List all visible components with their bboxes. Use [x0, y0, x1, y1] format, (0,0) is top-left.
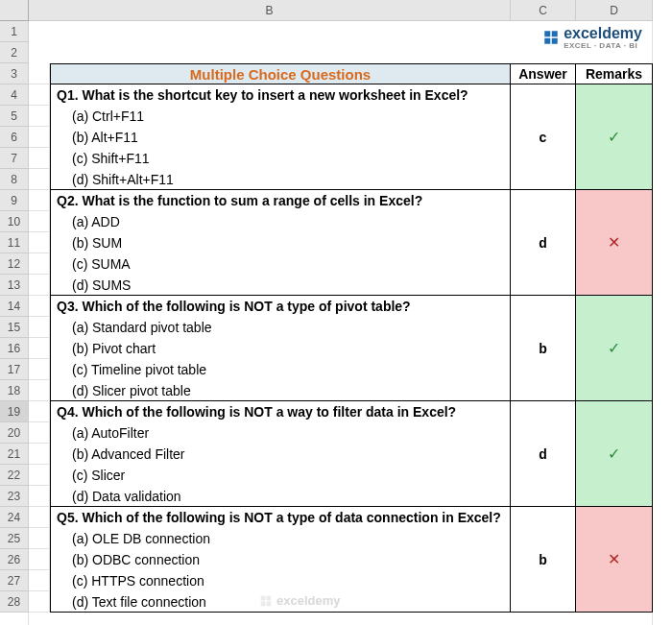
option-text[interactable]: (d) Shift+Alt+F11 [50, 169, 511, 190]
cell[interactable] [29, 106, 50, 127]
cell[interactable] [29, 549, 50, 570]
cell[interactable] [29, 127, 50, 148]
remarks-cell[interactable]: ✓ [576, 296, 653, 401]
row-header[interactable]: 17 [0, 359, 29, 380]
col-header-D[interactable]: D [576, 0, 653, 21]
row-header[interactable]: 27 [0, 570, 29, 591]
answer-cell[interactable]: d [511, 401, 576, 507]
answer-cell[interactable]: b [511, 296, 576, 401]
row-header[interactable]: 19 [0, 401, 29, 422]
cell[interactable] [29, 63, 50, 84]
cell[interactable] [29, 317, 50, 338]
option-text[interactable]: (a) Ctrl+F11 [50, 106, 511, 127]
row-header[interactable]: 12 [0, 253, 29, 275]
cell[interactable] [29, 528, 50, 549]
option-text[interactable]: (c) HTTPS connection [50, 570, 511, 591]
option-text[interactable]: (b) ODBC connection [50, 549, 511, 570]
cell[interactable] [29, 570, 50, 591]
cell[interactable] [50, 613, 653, 625]
cell[interactable] [29, 275, 50, 296]
row-header[interactable]: 20 [0, 422, 29, 444]
option-text[interactable]: (c) Timeline pivot table [50, 359, 511, 380]
option-text[interactable]: (a) OLE DB connection [50, 528, 511, 549]
row-header[interactable]: 24 [0, 507, 29, 528]
cell[interactable] [29, 507, 50, 528]
select-all-corner[interactable] [0, 0, 29, 21]
cell[interactable] [29, 422, 50, 444]
cell[interactable] [29, 401, 50, 422]
cell[interactable] [29, 211, 50, 232]
row-header[interactable]: 21 [0, 444, 29, 465]
answer-value: b [539, 341, 547, 356]
col-header-C[interactable]: C [511, 0, 576, 21]
row-header[interactable]: 5 [0, 106, 29, 127]
answer-cell[interactable]: d [511, 190, 576, 296]
cell[interactable] [29, 591, 50, 613]
cell[interactable] [29, 190, 50, 211]
row-header[interactable]: 6 [0, 127, 29, 148]
row-header[interactable]: 1 [0, 21, 29, 42]
option-text[interactable]: (b) Pivot chart [50, 338, 511, 359]
row-header[interactable]: 14 [0, 296, 29, 317]
row-header[interactable]: 25 [0, 528, 29, 549]
cell[interactable] [29, 253, 50, 275]
option-text[interactable]: (b) SUM [50, 232, 511, 253]
col-header-B[interactable]: B [29, 0, 511, 21]
option-text[interactable]: (d) Text file connection [50, 591, 511, 613]
row-header[interactable]: 2 [0, 42, 29, 63]
option-text[interactable]: (c) Slicer [50, 465, 511, 486]
option-text[interactable]: (c) SUMA [50, 253, 511, 275]
cell[interactable] [29, 232, 50, 253]
cell[interactable] [0, 613, 29, 625]
row-header[interactable]: 18 [0, 380, 29, 401]
row-header[interactable]: 4 [0, 84, 29, 106]
row-header[interactable]: 3 [0, 63, 29, 84]
row-header[interactable]: 11 [0, 232, 29, 253]
cell[interactable] [29, 338, 50, 359]
cell[interactable] [29, 465, 50, 486]
option-text[interactable]: (a) AutoFilter [50, 422, 511, 444]
option-text[interactable]: (b) Advanced Filter [50, 444, 511, 465]
option-text[interactable]: (d) Data validation [50, 486, 511, 507]
remarks-cell[interactable]: ✓ [576, 401, 653, 507]
question-text[interactable]: Q1. What is the shortcut key to insert a… [50, 84, 511, 106]
question-text[interactable]: Q2. What is the function to sum a range … [50, 190, 511, 211]
remarks-cell[interactable]: ✕ [576, 507, 653, 613]
option-text[interactable]: (d) SUMS [50, 275, 511, 296]
cell[interactable] [29, 486, 50, 507]
option-text[interactable]: (a) Standard pivot table [50, 317, 511, 338]
remarks-header[interactable]: Remarks [576, 63, 653, 84]
title-cell[interactable]: Multiple Choice Questions [50, 63, 511, 84]
option-text[interactable]: (d) Slicer pivot table [50, 380, 511, 401]
row-header[interactable]: 7 [0, 148, 29, 169]
option-text[interactable]: (b) Alt+F11 [50, 127, 511, 148]
cell[interactable] [29, 380, 50, 401]
row-header[interactable]: 22 [0, 465, 29, 486]
row-header[interactable]: 23 [0, 486, 29, 507]
question-text[interactable]: Q3. Which of the following is NOT a type… [50, 296, 511, 317]
cell[interactable] [29, 296, 50, 317]
row-header[interactable]: 13 [0, 275, 29, 296]
option-text[interactable]: (c) Shift+F11 [50, 148, 511, 169]
row-header[interactable]: 28 [0, 591, 29, 613]
row-header[interactable]: 16 [0, 338, 29, 359]
question-text[interactable]: Q4. Which of the following is NOT a way … [50, 401, 511, 422]
row-header[interactable]: 8 [0, 169, 29, 190]
question-text[interactable]: Q5. Which of the following is NOT a type… [50, 507, 511, 528]
option-text[interactable]: (a) ADD [50, 211, 511, 232]
remarks-cell[interactable]: ✓ [576, 84, 653, 190]
cell[interactable] [29, 148, 50, 169]
remarks-cell[interactable]: ✕ [576, 190, 653, 296]
row-header[interactable]: 9 [0, 190, 29, 211]
answer-cell[interactable]: c [511, 84, 576, 190]
cell[interactable] [29, 359, 50, 380]
row-header[interactable]: 10 [0, 211, 29, 232]
answer-cell[interactable]: b [511, 507, 576, 613]
row-header[interactable]: 15 [0, 317, 29, 338]
answer-header[interactable]: Answer [511, 63, 576, 84]
cell[interactable] [29, 444, 50, 465]
row-header[interactable]: 26 [0, 549, 29, 570]
cell[interactable] [29, 169, 50, 190]
brand-area: exceldemy EXCEL · DATA · BI [29, 21, 653, 63]
cell[interactable] [29, 84, 50, 106]
